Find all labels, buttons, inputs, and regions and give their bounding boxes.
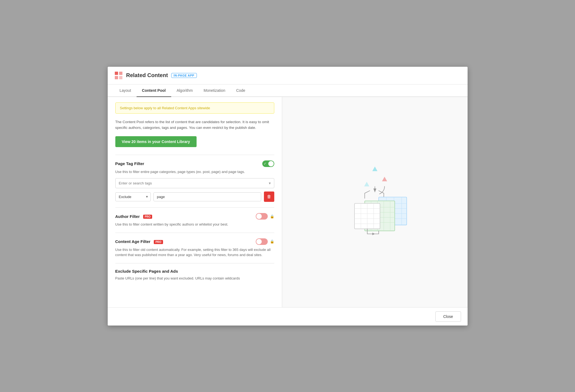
modal-overlay: Related Content IN-PAGE APP Layout Conte…	[0, 0, 575, 392]
svg-rect-0	[115, 72, 118, 75]
content-age-filter-desc: Use this to filter old content automatic…	[115, 247, 274, 258]
page-tag-filter-header: Page Tag Filter ✓	[115, 160, 274, 167]
page-tag-filter-title: Page Tag Filter	[115, 161, 144, 166]
delete-filter-button[interactable]: 🗑	[264, 192, 274, 202]
modal-title: Related Content	[126, 72, 168, 78]
content-age-toggle-wrap: 🔒	[256, 238, 274, 245]
left-panel: Settings below apply to all Related Cont…	[108, 97, 282, 307]
tag-input-wrap: ▼	[115, 178, 274, 188]
modal: Related Content IN-PAGE APP Layout Conte…	[108, 67, 468, 326]
modal-header: Related Content IN-PAGE APP	[108, 67, 468, 84]
exclude-select-wrap: Exclude Include ▼	[115, 192, 151, 201]
modal-body: Settings below apply to all Related Cont…	[108, 97, 468, 307]
content-age-filter-toggle[interactable]	[256, 238, 268, 245]
svg-rect-2	[115, 76, 118, 79]
view-library-button[interactable]: View 20 items in your Content Library	[115, 136, 197, 147]
filter-row: Exclude Include ▼ 🗑	[115, 192, 274, 202]
content-pool-diagram	[337, 164, 413, 240]
check-icon: ✓	[264, 162, 266, 166]
tab-layout[interactable]: Layout	[114, 84, 137, 97]
toggle-knob	[268, 161, 274, 166]
inpage-badge: IN-PAGE APP	[171, 73, 197, 78]
exclude-pages-section: Exclude Specific Pages and Ads Paste URL…	[115, 263, 274, 281]
svg-marker-34	[372, 233, 375, 235]
author-filter-toggle-wrap: 🔒	[256, 213, 274, 220]
exclude-pages-header: Exclude Specific Pages and Ads	[115, 269, 274, 274]
tag-dropdown-icon: ▼	[268, 181, 272, 185]
author-lock-icon: 🔒	[270, 214, 274, 218]
alert-text: Settings below apply to all Related Cont…	[120, 106, 210, 110]
content-age-lock-icon: 🔒	[270, 239, 274, 244]
tab-content-pool[interactable]: Content Pool	[137, 84, 171, 97]
content-pool-description: The Content Pool refers to the list of c…	[115, 119, 274, 131]
tab-code[interactable]: Code	[231, 84, 251, 97]
author-filter-title: Author Filter PRO	[115, 214, 152, 219]
author-filter-toggle[interactable]	[256, 213, 268, 220]
page-tag-filter-toggle[interactable]: ✓	[262, 160, 274, 167]
svg-marker-5	[382, 177, 387, 181]
right-panel	[282, 97, 468, 307]
exclude-select[interactable]: Exclude Include	[115, 192, 151, 201]
modal-footer: Close	[108, 307, 468, 326]
page-tag-filter-section: Page Tag Filter ✓ Use this to filter ent…	[115, 155, 274, 202]
author-toggle-knob	[256, 214, 262, 219]
close-button[interactable]: Close	[435, 311, 461, 322]
svg-marker-4	[372, 166, 377, 171]
tag-search-input[interactable]	[115, 178, 274, 188]
tabs-bar: Layout Content Pool Algorithm Monetizati…	[108, 84, 468, 97]
content-age-filter-title: Content Age Filter PRO	[115, 239, 163, 244]
content-age-filter-section: Content Age Filter PRO 🔒 Use this to fil…	[115, 233, 274, 258]
svg-rect-1	[119, 72, 122, 75]
alert-banner: Settings below apply to all Related Cont…	[115, 102, 274, 114]
svg-rect-3	[119, 76, 122, 79]
author-filter-desc: Use this to filter content written by sp…	[115, 222, 274, 227]
panel-content: Settings below apply to all Related Cont…	[108, 97, 282, 292]
tab-algorithm[interactable]: Algorithm	[171, 84, 198, 97]
content-age-filter-header: Content Age Filter PRO 🔒	[115, 238, 274, 245]
page-tag-filter-toggle-wrap: ✓	[262, 160, 274, 167]
trash-icon: 🗑	[267, 194, 271, 199]
filter-value-input[interactable]	[153, 192, 261, 201]
exclude-pages-desc: Paste URLs (one per line) that you want …	[115, 276, 274, 281]
author-filter-pro-badge: PRO	[143, 215, 152, 219]
author-filter-header: Author Filter PRO 🔒	[115, 213, 274, 220]
svg-marker-6	[364, 182, 369, 186]
author-filter-section: Author Filter PRO 🔒 Use this to filter c…	[115, 207, 274, 227]
exclude-pages-title: Exclude Specific Pages and Ads	[115, 269, 178, 274]
page-tag-filter-desc: Use this to filter entire page categorie…	[115, 169, 274, 175]
content-age-toggle-knob	[256, 239, 262, 244]
content-age-filter-pro-badge: PRO	[154, 240, 163, 244]
app-icon	[114, 71, 123, 80]
tab-monetization[interactable]: Monetization	[198, 84, 231, 97]
